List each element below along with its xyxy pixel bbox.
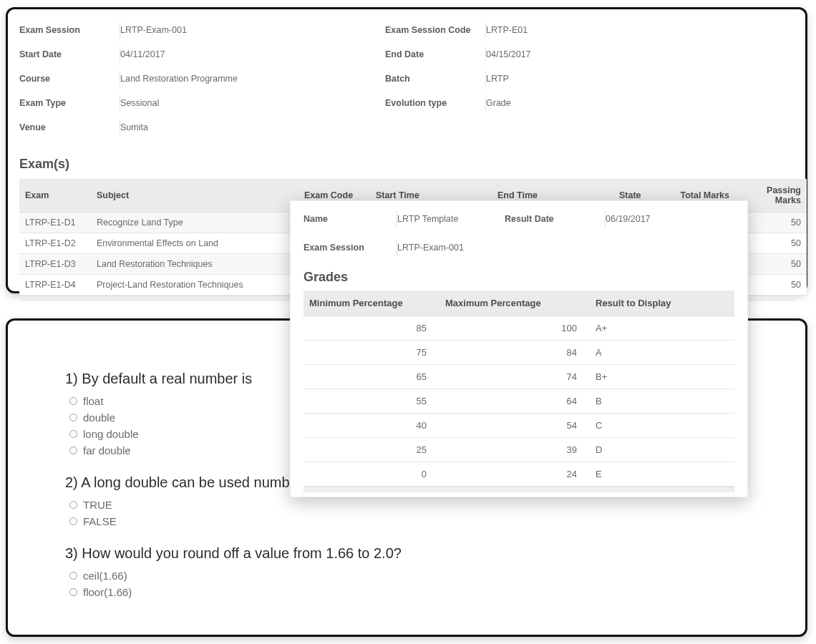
grades-table: Minimum Percentage Maximum Percentage Re… <box>303 291 734 487</box>
option-item[interactable]: TRUE <box>69 497 755 513</box>
label-end-date: End Date <box>385 49 485 59</box>
cell-exam: LTRP-E1-D4 <box>19 275 91 296</box>
radio-icon[interactable] <box>69 447 77 454</box>
cell-result: A+ <box>590 316 734 341</box>
label-batch: Batch <box>385 74 485 84</box>
option-label: float <box>83 395 103 407</box>
radio-icon[interactable] <box>69 588 77 596</box>
overlay-info-grid: Name LRTP Template Result Date 06/19/201… <box>303 211 734 255</box>
label-course: Course <box>19 74 120 84</box>
grades-header-row: Minimum Percentage Maximum Percentage Re… <box>303 291 734 316</box>
label-name: Name <box>303 214 397 224</box>
option-label: long double <box>83 428 139 440</box>
option-label: ceil(1.66) <box>83 570 127 582</box>
cell-max: 39 <box>439 438 590 462</box>
cell-exam: LTRP-E1-D1 <box>19 213 91 233</box>
value-venue: Sumita <box>120 122 385 132</box>
grades-section-title: Grades <box>303 270 734 285</box>
question-options: TRUEFALSE <box>69 497 755 530</box>
table-row[interactable]: 7584A <box>303 341 734 365</box>
table-row[interactable]: 6574B+ <box>303 365 734 389</box>
cell-max: 74 <box>439 365 590 389</box>
cell-min: 0 <box>303 462 439 487</box>
option-label: TRUE <box>83 499 112 511</box>
cell-subject: Environmental Effects on Land <box>91 233 298 254</box>
cell-result: B+ <box>590 365 734 389</box>
th-exam[interactable]: Exam <box>19 179 91 213</box>
cell-min: 25 <box>303 438 439 462</box>
label-exam-type: Exam Type <box>19 98 120 108</box>
radio-icon[interactable] <box>69 517 77 525</box>
label-start-date: Start Date <box>19 49 120 59</box>
cell-result: B <box>590 389 734 414</box>
th-subject[interactable]: Subject <box>91 179 298 213</box>
value-batch: LRTP <box>486 74 701 84</box>
value-start-date: 04/11/2017 <box>120 49 385 59</box>
value-course: Land Restoration Programme <box>120 74 385 84</box>
value-result-date: 06/19/2017 <box>606 214 691 224</box>
label-result-date: Result Date <box>505 214 605 224</box>
label-exam-session: Exam Session <box>19 25 120 35</box>
cell-result: D <box>590 438 734 462</box>
value-overlay-exam-session: LRTP-Exam-001 <box>397 243 505 253</box>
option-label: far double <box>83 444 131 457</box>
cell-result: A <box>590 341 734 365</box>
question-text: 3) How would you round off a value from … <box>65 545 755 562</box>
table-row[interactable]: 4054C <box>303 414 734 438</box>
cell-max: 54 <box>439 414 590 438</box>
radio-icon[interactable] <box>69 430 77 438</box>
value-end-date: 04/15/2017 <box>486 49 701 59</box>
option-item[interactable]: FALSE <box>69 513 755 530</box>
th-min-pct[interactable]: Minimum Percentage <box>303 291 439 316</box>
radio-icon[interactable] <box>69 397 77 405</box>
question-options: ceil(1.66)floor(1.66) <box>69 567 755 600</box>
cell-max: 84 <box>439 341 590 365</box>
cell-subject: Land Restoration Techniques <box>91 254 298 275</box>
table-row[interactable]: 5564B <box>303 389 734 414</box>
radio-icon[interactable] <box>69 501 77 509</box>
value-exam-type: Sessional <box>120 98 385 108</box>
cell-min: 65 <box>303 365 439 389</box>
value-exam-session-code: LRTP-E01 <box>486 25 701 35</box>
value-name: LRTP Template <box>397 214 505 224</box>
label-evolution-type: Evolution type <box>385 98 485 108</box>
session-info-grid: Exam Session LRTP-Exam-001 Exam Session … <box>19 22 794 135</box>
th-max-pct[interactable]: Maximum Percentage <box>439 291 590 316</box>
grades-template-overlay: Name LRTP Template Result Date 06/19/201… <box>290 200 748 497</box>
option-label: floor(1.66) <box>83 586 132 598</box>
label-overlay-exam-session: Exam Session <box>303 243 397 253</box>
cell-min: 75 <box>303 341 439 365</box>
cell-min: 85 <box>303 316 439 341</box>
cell-subject: Recognize Land Type <box>91 213 298 233</box>
table-row[interactable]: 2539D <box>303 438 734 462</box>
cell-max: 24 <box>439 462 590 487</box>
option-label: FALSE <box>83 515 117 527</box>
exams-section-title: Exam(s) <box>19 157 794 172</box>
value-exam-session: LRTP-Exam-001 <box>120 25 385 35</box>
label-exam-session-code: Exam Session Code <box>385 25 485 35</box>
label-venue: Venue <box>19 122 120 132</box>
cell-result: C <box>590 414 734 438</box>
cell-max: 64 <box>439 389 590 414</box>
cell-exam: LTRP-E1-D3 <box>19 254 91 275</box>
cell-min: 55 <box>303 389 439 414</box>
radio-icon[interactable] <box>69 414 77 421</box>
cell-min: 40 <box>303 414 439 438</box>
cell-result: E <box>590 462 734 487</box>
table-row[interactable]: 85100A+ <box>303 316 734 341</box>
cell-subject: Project-Land Restoration Techniques <box>91 275 298 296</box>
radio-icon[interactable] <box>69 572 77 580</box>
option-item[interactable]: ceil(1.66) <box>69 567 755 584</box>
cell-exam: LTRP-E1-D2 <box>19 233 91 254</box>
table-footer-scrollbar <box>303 487 734 492</box>
th-result[interactable]: Result to Display <box>590 291 734 316</box>
table-row[interactable]: 024E <box>303 462 734 487</box>
value-evolution-type: Grade <box>486 98 701 108</box>
cell-max: 100 <box>439 316 590 341</box>
option-label: double <box>83 411 115 424</box>
option-item[interactable]: floor(1.66) <box>69 584 755 600</box>
